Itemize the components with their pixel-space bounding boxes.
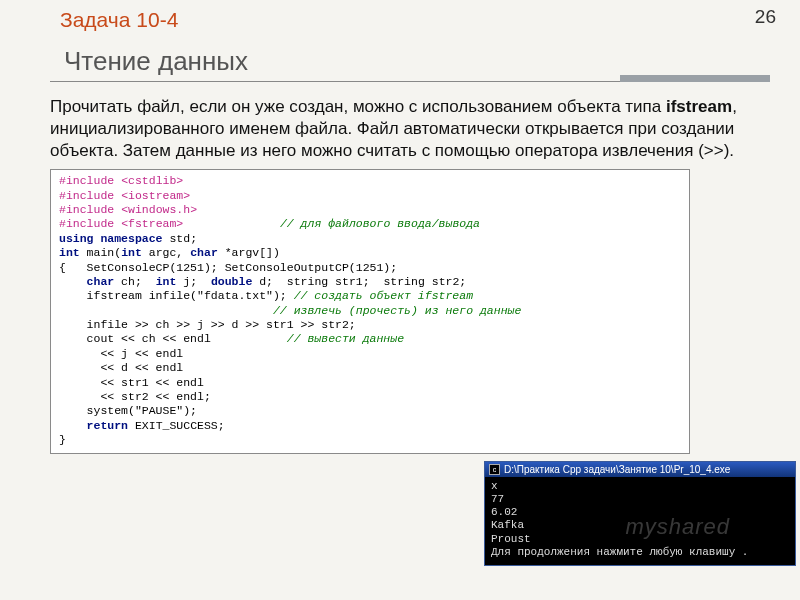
code-line: { SetConsoleCP(1251); SetConsoleOutputCP… [59, 261, 681, 275]
task-label: Задача 10-4 [60, 8, 770, 32]
paragraph-part-1: Прочитать файл, если он уже создан, можн… [50, 97, 666, 116]
code-line: return EXIT_SUCCESS; [59, 419, 681, 433]
console-titlebar: c D:\Практика Cpp задачи\Занятие 10\Pr_1… [485, 462, 795, 477]
console-output: x 77 6.02 Kafka Proust Для продолжения н… [485, 477, 795, 565]
code-line: infile >> ch >> j >> d >> str1 >> str2; [59, 318, 681, 332]
code-line: << str2 << endl; [59, 390, 681, 404]
code-line: char ch; int j; double d; string str1; s… [59, 275, 681, 289]
slide: 26 Задача 10-4 Чтение данных Прочитать ф… [0, 0, 800, 600]
page-number: 26 [755, 6, 776, 28]
code-line: system("PAUSE"); [59, 404, 681, 418]
code-line: #include <windows.h> [59, 203, 681, 217]
code-line: << d << endl [59, 361, 681, 375]
console-title: D:\Практика Cpp задачи\Занятие 10\Pr_10_… [504, 464, 730, 475]
body-paragraph: Прочитать файл, если он уже создан, можн… [50, 96, 770, 161]
code-line: #include <cstdlib> [59, 174, 681, 188]
slide-title: Чтение данных [50, 46, 254, 81]
code-line: << str1 << endl [59, 376, 681, 390]
code-line: #include <fstream> // для файлового ввод… [59, 217, 681, 231]
code-line: << j << endl [59, 347, 681, 361]
code-line: #include <iostream> [59, 189, 681, 203]
code-line: cout << ch << endl // вывести данные [59, 332, 681, 346]
code-line: } [59, 433, 681, 447]
code-line: ifstream infile("fdata.txt"); // создать… [59, 289, 681, 303]
paragraph-bold: ifstream [666, 97, 732, 116]
title-row: Чтение данных [50, 46, 770, 82]
code-line: using namespace std; [59, 232, 681, 246]
title-accent-bar [620, 75, 770, 82]
code-line: // извлечь (прочесть) из него данные [59, 304, 681, 318]
console-icon: c [489, 464, 500, 475]
code-line: int main(int argc, char *argv[]) [59, 246, 681, 260]
console-window: c D:\Практика Cpp задачи\Занятие 10\Pr_1… [484, 461, 796, 566]
code-box: #include <cstdlib> #include <iostream> #… [50, 169, 690, 454]
